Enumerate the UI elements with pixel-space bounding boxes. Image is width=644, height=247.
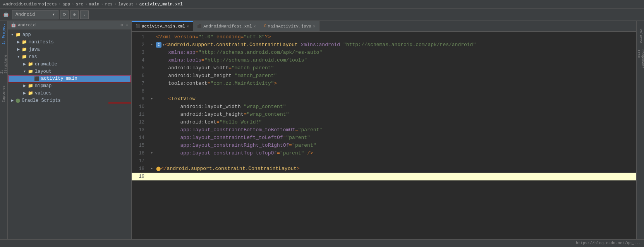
breadcrumb-main: main — [89, 2, 99, 7]
sync-button[interactable]: ⟳ — [60, 10, 69, 19]
breadcrumb-src: src — [76, 2, 84, 7]
code-line-15: 15 app:layout_constraintRight_toRightOf=… — [132, 142, 636, 149]
code-line-12: 12 android:text="Hello World!" — [132, 118, 636, 126]
folder-icon-values: 📁 — [28, 91, 33, 96]
settings-button[interactable]: ⚙ — [70, 10, 79, 19]
expand-arrow-layout[interactable]: ▾ — [23, 69, 28, 74]
tree-item-activity-main[interactable]: ⬛ activity main — [8, 75, 131, 82]
tree-label-java: java — [29, 47, 40, 52]
code-line-19: 19 — [132, 173, 636, 180]
expand-arrow-gradle[interactable]: ▶ — [11, 98, 15, 103]
breadcrumb-res: res — [105, 2, 113, 7]
code-line-8: 8 — [132, 87, 636, 95]
sidebar-item-component-tree[interactable]: Component Tree — [637, 50, 644, 77]
tree-label-mipmap: mipmap — [35, 83, 52, 89]
code-line-9: 9 ▾ <TextView — [132, 95, 636, 103]
code-line-4: 4 xmlns:tools="http://schemas.android.co… — [132, 57, 636, 64]
sidebar-item-palette[interactable]: Palette — [637, 22, 644, 50]
code-line-18: 18 ▸ ⬤</android.support.constraint.Const… — [132, 165, 636, 173]
breadcrumb-app: app — [62, 2, 70, 7]
expand-arrow-drawable[interactable]: ▶ — [23, 61, 28, 67]
code-editor[interactable]: 1 <?xml version="1.0" encoding="utf-8"?>… — [132, 32, 636, 239]
code-line-16: 16 ▾ app:layout_constraintTop_toTopOf="p… — [132, 149, 636, 157]
left-tabs: 1: Project Z: Structure Captures — [0, 21, 8, 239]
tree-item-mipmap[interactable]: ▶ 📁 mipmap — [8, 82, 131, 89]
tree-label-manifests: manifests — [29, 39, 54, 45]
code-line-7: 7 tools:context="com.zz.MainActivity"> — [132, 80, 636, 87]
tree-item-values[interactable]: ▶ 📁 values — [8, 89, 131, 97]
code-line-17: 17 — [132, 157, 636, 165]
project-panel: 🤖 Android ⚙ ≡ ▾ 📁 app ▶ 📁 manifests ▶ 📁 — [8, 21, 132, 239]
tab-label-activity-main: activity_main.xml — [142, 24, 185, 29]
status-bar: https://blog.csdn.net/qq_... — [0, 239, 644, 247]
toolbar-left: 🤖 Android ▾ ⟳ ⚙ ⋮ — [3, 10, 89, 19]
panel-actions: ⚙ ≡ — [120, 22, 128, 27]
code-line-1: 1 <?xml version="1.0" encoding="utf-8"?> — [132, 33, 636, 41]
more-button[interactable]: ⋮ — [80, 10, 89, 19]
code-line-13: 13 app:layout_constraintBottom_toBottomO… — [132, 126, 636, 134]
code-line-11: 11 android:layout_height="wrap_content" — [132, 111, 636, 118]
folder-icon-drawable: 📁 — [28, 62, 33, 67]
expand-arrow-res[interactable]: ▾ — [17, 54, 22, 60]
main-layout: 1: Project Z: Structure Captures 🤖 Andro… — [0, 21, 644, 239]
panel-header: 🤖 Android ⚙ ≡ — [8, 21, 131, 29]
code-line-6: 6 android:layout_height="match_parent" — [132, 72, 636, 80]
tree-item-manifests[interactable]: ▶ 📁 manifests — [8, 38, 131, 46]
breadcrumb-file: activity_main.xml — [139, 2, 183, 7]
tree-label-gradle: Gradle Scripts — [22, 98, 61, 103]
tree-label-activity-main: activity main — [41, 76, 77, 81]
tab-android-manifest[interactable]: ⬛ AndroidManifest.xml ✕ — [193, 21, 260, 31]
tab-label-android-manifest: AndroidManifest.xml — [203, 24, 252, 29]
expand-arrow-java[interactable]: ▶ — [17, 46, 22, 52]
project-tree: ▾ 📁 app ▶ 📁 manifests ▶ 📁 java ▾ 📁 res — [8, 29, 131, 239]
tree-item-res[interactable]: ▾ 📁 res — [8, 53, 131, 60]
tab-activity-main[interactable]: ⬛ activity_main.xml ✕ — [132, 21, 193, 31]
folder-icon-app: 📁 — [15, 32, 21, 37]
folder-icon-layout: 📁 — [28, 69, 33, 74]
close-tab-main-activity[interactable]: ✕ — [313, 24, 315, 29]
tree-item-java[interactable]: ▶ 📁 java — [8, 46, 131, 53]
android-selector[interactable]: Android ▾ — [12, 10, 58, 19]
close-tab-android-manifest[interactable]: ✕ — [254, 24, 256, 29]
tabs-bar: ⬛ activity_main.xml ✕ ⬛ AndroidManifest.… — [132, 21, 636, 32]
expand-arrow-app[interactable]: ▾ — [11, 32, 15, 38]
xml-file-icon: ⬛ — [34, 76, 39, 81]
breadcrumb-androidstudioprojects: AndroidStudioProjects — [3, 2, 57, 7]
sidebar-item-project[interactable]: 1: Project — [0, 22, 7, 46]
tree-item-gradle[interactable]: ▶ ⬤ Gradle Scripts — [8, 97, 131, 104]
title-bar: AndroidStudioProjects › app › src › main… — [0, 0, 644, 9]
editor-area: ⬛ activity_main.xml ✕ ⬛ AndroidManifest.… — [132, 21, 636, 239]
folder-icon-res: 📁 — [22, 54, 27, 59]
tab-main-activity[interactable]: C MainActivity.java ✕ — [260, 21, 319, 31]
panel-title: Android — [18, 23, 36, 27]
folder-icon-manifests: 📁 — [22, 39, 27, 45]
code-line-10: 10 android:layout_width="wrap_content" — [132, 103, 636, 111]
code-line-2: 2 ▾ C▾<android.support.constraint.Constr… — [132, 41, 636, 49]
close-tab-activity-main[interactable]: ✕ — [187, 24, 189, 29]
xml-icon-tab1: ⬛ — [136, 24, 140, 29]
gradle-icon: ⬤ — [15, 98, 20, 103]
tab-label-main-activity: MainActivity.java — [268, 24, 311, 29]
tree-label-layout: layout — [35, 69, 52, 74]
tree-label-res: res — [29, 54, 37, 60]
sidebar-item-captures[interactable]: Captures — [0, 82, 7, 105]
code-line-3: 3 xmlns:app="http://schemas.android.com/… — [132, 49, 636, 57]
folder-icon-java: 📁 — [22, 47, 27, 52]
tree-label-app: app — [22, 32, 31, 38]
tree-label-drawable: drawable — [35, 62, 57, 67]
android-small-icon: 🤖 — [11, 22, 16, 27]
expand-arrow-manifests[interactable]: ▶ — [17, 39, 22, 45]
tree-label-values: values — [35, 91, 52, 96]
folder-icon-mipmap: 📁 — [28, 83, 33, 88]
code-line-14: 14 app:layout_constraintLeft_toLeftOf="p… — [132, 134, 636, 142]
expand-arrow-mipmap[interactable]: ▶ — [23, 83, 28, 89]
code-line-5: 5 android:layout_width="match_parent" — [132, 64, 636, 72]
expand-arrow-values[interactable]: ▶ — [23, 90, 28, 96]
right-sidebar: Palette Component Tree — [636, 21, 644, 239]
tree-item-app[interactable]: ▾ 📁 app — [8, 31, 131, 38]
tree-item-layout[interactable]: ▾ 📁 layout — [8, 68, 131, 75]
sidebar-item-structure[interactable]: Z: Structure — [0, 50, 7, 74]
tree-item-drawable[interactable]: ▶ 📁 drawable — [8, 60, 131, 68]
chevron-down-icon: ▾ — [52, 12, 55, 17]
toolbar: 🤖 Android ▾ ⟳ ⚙ ⋮ — [0, 9, 644, 21]
